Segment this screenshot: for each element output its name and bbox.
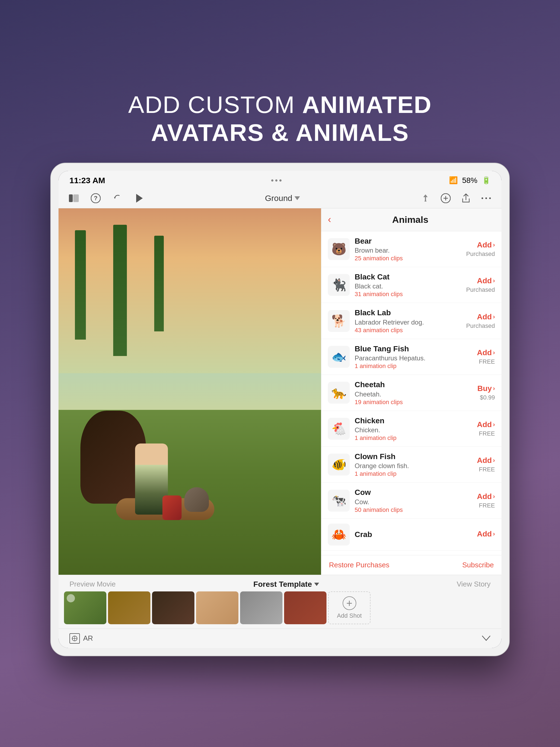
- ar-label: AR: [83, 634, 93, 643]
- animal-clips: 25 animation clips: [355, 255, 455, 262]
- action-button[interactable]: Add›: [477, 492, 495, 501]
- animal-action[interactable]: Add›FREE: [459, 492, 495, 509]
- animal-desc: Chicken.: [355, 426, 455, 434]
- animal-thumbnail: 🐄: [328, 490, 350, 512]
- battery-icon: 🔋: [482, 176, 490, 185]
- action-button[interactable]: Buy›: [478, 384, 495, 393]
- sidebar-toggle-icon[interactable]: [67, 191, 81, 205]
- outer-wrapper: ADD CUSTOM ANIMATED AVATARS & ANIMALS 11…: [34, 91, 526, 656]
- animal-desc: Black cat.: [355, 282, 455, 290]
- add-icon[interactable]: [439, 191, 453, 205]
- animal-thumbnail: 🦀: [328, 524, 350, 545]
- add-shot-button[interactable]: + Add Shot: [328, 591, 371, 624]
- action-chevron-icon: ›: [493, 493, 495, 500]
- animal-action[interactable]: Add›FREE: [459, 420, 495, 437]
- action-sublabel: Purchased: [466, 323, 495, 330]
- headline-animated: ANIMATED: [302, 91, 432, 118]
- action-button-label: Buy: [478, 384, 492, 393]
- ar-button[interactable]: AR: [70, 633, 93, 644]
- animal-desc: Labrador Retriever dog.: [355, 318, 455, 326]
- animal-action[interactable]: Add›FREE: [459, 456, 495, 473]
- film-thumb-2[interactable]: [108, 591, 150, 624]
- back-button[interactable]: ‹: [328, 215, 331, 225]
- headline-line2: AVATARS & ANIMALS: [128, 119, 432, 146]
- status-dots: •••: [271, 176, 283, 185]
- toolbar-title[interactable]: Ground: [265, 194, 300, 203]
- svg-rect-0: [69, 195, 73, 202]
- view-story-button[interactable]: View Story: [457, 580, 490, 588]
- action-button-label: Add: [477, 456, 492, 465]
- animal-name: Blue Tang Fish: [355, 344, 455, 354]
- action-button[interactable]: Add›: [477, 312, 495, 321]
- animal-action[interactable]: Add›Purchased: [459, 241, 495, 258]
- action-sublabel: FREE: [479, 358, 495, 365]
- animals-list[interactable]: 🐻BearBrown bear.25 animation clipsAdd›Pu…: [321, 231, 502, 555]
- action-button-label: Add: [477, 241, 492, 249]
- action-button[interactable]: Add›: [477, 241, 495, 249]
- animal-clips: 50 animation clips: [355, 506, 455, 514]
- svg-point-10: [482, 198, 483, 199]
- panel-title: Animals: [337, 214, 484, 225]
- film-thumb-5[interactable]: [240, 591, 282, 624]
- action-button[interactable]: Add›: [477, 456, 495, 465]
- film-thumb-4[interactable]: [196, 591, 238, 624]
- animal-item: 🐔ChickenChicken.1 animation clipAdd›FREE: [321, 411, 502, 447]
- animal-item: 🐕Black LabLabrador Retriever dog.43 anim…: [321, 303, 502, 339]
- action-sublabel: $0.99: [480, 394, 495, 401]
- action-button[interactable]: Add›: [477, 277, 495, 285]
- animal-action[interactable]: Add›FREE: [459, 349, 495, 365]
- animal-clips: 31 animation clips: [355, 291, 455, 298]
- subscribe-button[interactable]: Subscribe: [462, 561, 494, 569]
- panel-footer: Restore Purchases Subscribe: [321, 555, 502, 575]
- animal-action[interactable]: Add›Purchased: [459, 312, 495, 330]
- animal-action[interactable]: Add›: [459, 530, 495, 539]
- action-chevron-icon: ›: [493, 421, 495, 428]
- action-button[interactable]: Add›: [477, 420, 495, 429]
- pin-icon[interactable]: [418, 191, 433, 205]
- action-button[interactable]: Add›: [477, 530, 495, 538]
- chevron-down-icon[interactable]: [482, 634, 490, 643]
- film-thumb-1[interactable]: [64, 591, 106, 624]
- animal-item: 🐠Clown FishOrange clown fish.1 animation…: [321, 447, 502, 483]
- animal-info: Black LabLabrador Retriever dog.43 anima…: [355, 308, 455, 334]
- film-thumb-3[interactable]: [152, 591, 195, 624]
- svg-point-12: [489, 198, 491, 199]
- play-icon[interactable]: [132, 191, 147, 205]
- animal-action[interactable]: Buy›$0.99: [459, 384, 495, 401]
- ar-bar: AR: [58, 628, 502, 648]
- animal-info: Crab: [355, 530, 455, 539]
- film-thumb-6[interactable]: [284, 591, 327, 624]
- action-chevron-icon: ›: [493, 531, 495, 538]
- template-selector[interactable]: Forest Template: [253, 580, 319, 589]
- animal-info: ChickenChicken.1 animation clip: [355, 416, 455, 442]
- animal-name: Crab: [355, 530, 455, 539]
- preview-movie-button[interactable]: Preview Movie: [70, 580, 116, 588]
- undo-icon[interactable]: [110, 191, 125, 205]
- action-sublabel: FREE: [479, 430, 495, 437]
- more-options-icon[interactable]: [479, 191, 493, 205]
- animal-info: Black CatBlack cat.31 animation clips: [355, 272, 455, 298]
- help-icon[interactable]: ?: [88, 191, 103, 205]
- animal-name: Bear: [355, 236, 455, 246]
- main-content: ‹ Animals 🐻BearBrown bear.25 animation c…: [58, 208, 502, 575]
- animal-thumbnail: 🐕: [328, 310, 350, 332]
- animal-name: Black Lab: [355, 308, 455, 318]
- share-icon[interactable]: [459, 191, 473, 205]
- action-sublabel: FREE: [479, 466, 495, 473]
- action-chevron-icon: ›: [493, 349, 495, 356]
- animal-name: Black Cat: [355, 272, 455, 282]
- bag-figure: [162, 495, 182, 520]
- toolbar-left: ?: [67, 191, 147, 205]
- animal-action[interactable]: Add›Purchased: [459, 277, 495, 293]
- tree-1: [75, 230, 86, 340]
- action-button[interactable]: Add›: [477, 349, 495, 357]
- add-shot-plus-icon: +: [342, 596, 356, 610]
- animal-item: 🦀CrabAdd›: [321, 519, 502, 551]
- animal-clips: 19 animation clips: [355, 398, 455, 406]
- add-shot-label: Add Shot: [337, 612, 362, 619]
- restore-purchases-button[interactable]: Restore Purchases: [329, 561, 389, 569]
- animals-panel: ‹ Animals 🐻BearBrown bear.25 animation c…: [321, 208, 502, 575]
- toolbar-right: [418, 191, 493, 205]
- animal-desc: Brown bear.: [355, 247, 455, 254]
- animal-item: 🐈‍⬛Black CatBlack cat.31 animation clips…: [321, 267, 502, 303]
